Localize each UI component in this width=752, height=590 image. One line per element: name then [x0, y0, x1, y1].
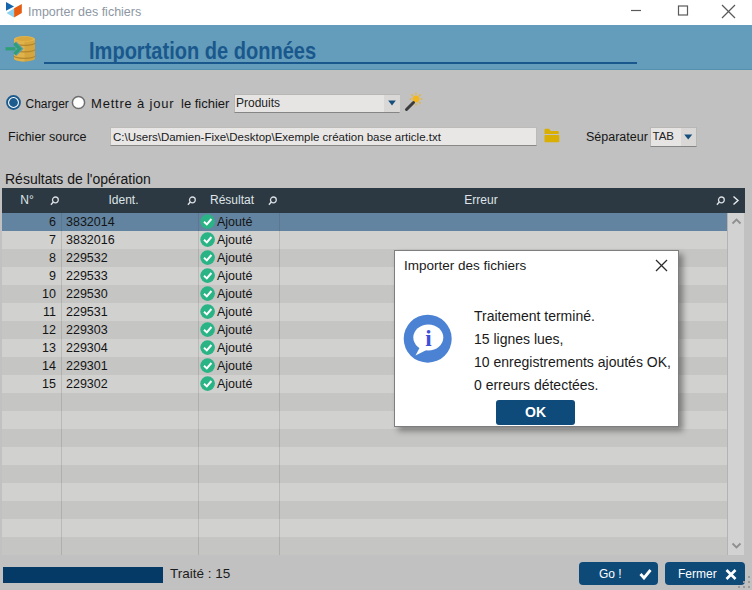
svg-text:i: i: [425, 326, 432, 351]
